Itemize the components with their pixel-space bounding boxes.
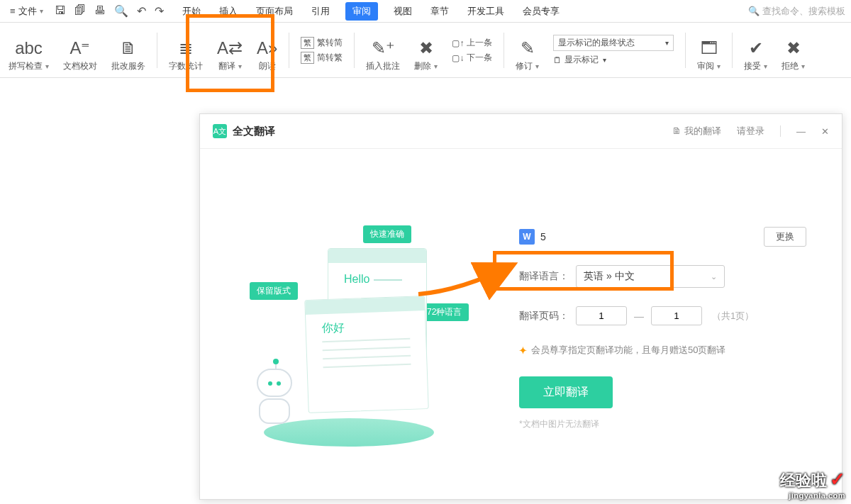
language-value: 英语 » 中文 — [584, 270, 635, 283]
file-label: 文件 — [18, 5, 37, 18]
chevron-down-icon: ▾ — [665, 39, 669, 47]
page-to-input[interactable] — [651, 306, 702, 325]
translate-form: W 5 更换 翻译语言： 英语 » 中文 ⌄ 翻译页码： — （共1页） ✦ — [477, 163, 821, 485]
tab-insert[interactable]: 插入 — [216, 2, 240, 21]
tab-chapter[interactable]: 章节 — [428, 2, 452, 21]
accept-icon: ✔ — [749, 36, 763, 60]
search-icon: 🔍 — [748, 6, 760, 16]
reviewsvc-label: 批改服务 — [111, 60, 145, 72]
docproof-icon: A⁼ — [69, 36, 90, 60]
up-icon: ▢↑ — [452, 38, 464, 48]
lang-label: 翻译语言： — [519, 270, 576, 283]
change-doc-button[interactable]: 更换 — [764, 227, 806, 247]
page-from-input[interactable] — [576, 306, 627, 325]
close-button[interactable]: ✕ — [821, 126, 829, 137]
tag-fast: 快速准确 — [363, 225, 411, 243]
prev-label: 上一条 — [467, 37, 492, 49]
search-placeholder: 查找命令、搜索模板 — [762, 5, 845, 18]
separator — [354, 33, 355, 68]
docproof-label: 文档校对 — [63, 60, 97, 72]
ribbon: abc拼写检查 A⁼文档校对 🗎批改服务 ≣字数统计 A⇄翻译 A»朗读 繁繁转… — [0, 23, 851, 78]
my-translations-link[interactable]: 🗎 我的翻译 — [672, 125, 721, 138]
separator — [504, 33, 504, 68]
tab-dev[interactable]: 开发工具 — [465, 2, 507, 21]
prev-comment[interactable]: ▢↑上一条 — [452, 37, 492, 49]
translate-button[interactable]: A⇄翻译 — [211, 28, 248, 72]
saveas-icon[interactable]: 🗐 — [74, 4, 86, 18]
tab-view[interactable]: 视图 — [391, 2, 415, 21]
spellcheck-button[interactable]: abc拼写检查 — [3, 28, 55, 72]
tab-layout[interactable]: 页面布局 — [253, 2, 296, 21]
wordcount-button[interactable]: ≣字数统计 — [163, 28, 208, 72]
hello-text: Hello — [344, 273, 402, 286]
spellcheck-label: 拼写检查 — [9, 60, 49, 72]
doc-row: W 5 更换 — [519, 227, 806, 247]
doc-count: 5 — [540, 231, 546, 242]
showmarkup-label: 显示标记 — [564, 54, 599, 66]
wm-brand: 经验啦 — [780, 471, 827, 489]
minimize-button[interactable]: — — [796, 126, 806, 137]
simp-to-trad[interactable]: 繁繁转简 — [301, 37, 343, 49]
my-trans-label: 我的翻译 — [684, 125, 721, 136]
save-icon[interactable]: 🖫 — [55, 4, 66, 18]
down-icon: ▢↓ — [452, 53, 464, 63]
tab-start[interactable]: 开始 — [179, 2, 204, 21]
t2s-label: 简转繁 — [317, 52, 343, 64]
wordcount-icon: ≣ — [179, 36, 193, 60]
reject-button[interactable]: ✖拒绝 — [776, 28, 811, 72]
trad-to-simp[interactable]: 繁简转繁 — [301, 52, 343, 64]
readaloud-button[interactable]: A»朗读 — [251, 28, 283, 72]
delete-button[interactable]: ✖删除 — [408, 28, 443, 72]
track-icon: ✎ — [521, 36, 535, 60]
show-markup[interactable]: 🗒显示标记▾ — [553, 54, 674, 66]
convert-group: 繁繁转简 繁简转繁 — [295, 28, 348, 72]
lang-row: 翻译语言： 英语 » 中文 ⌄ — [519, 265, 806, 288]
separator — [780, 125, 781, 137]
reviewpane-label: 审阅 — [697, 60, 721, 72]
t2s-icon: 繁 — [301, 52, 314, 64]
display-mode-label: 显示标记的最终状态 — [558, 37, 635, 49]
menubar: ≡ 文件 ▾ 🖫 🗐 🖶 🔍 ↶ ↷ 开始 插入 页面布局 引用 审阅 视图 章… — [0, 0, 851, 23]
tab-reference[interactable]: 引用 — [308, 2, 333, 21]
dialog-body: 快速准确 保留版式 72种语言 Hello 你好 W 5 更换 翻译语言： 英语… — [200, 149, 842, 499]
print-icon[interactable]: 🖶 — [94, 4, 106, 18]
chevron-down-icon: ⌄ — [711, 272, 717, 281]
reject-icon: ✖ — [786, 36, 801, 60]
reviewpane-button[interactable]: 🗔审阅 — [691, 28, 726, 72]
readaloud-label: 朗读 — [259, 60, 276, 72]
file-menu[interactable]: ≡ 文件 ▾ — [6, 4, 48, 19]
newcomment-button[interactable]: ✎⁺插入批注 — [360, 28, 406, 72]
comment-icon: ✎⁺ — [372, 36, 395, 60]
footnote: *文档中图片无法翻译 — [519, 418, 806, 430]
next-comment[interactable]: ▢↓下一条 — [452, 52, 492, 64]
s2t-icon: 繁 — [301, 37, 314, 49]
translate-now-button[interactable]: 立即翻译 — [519, 376, 613, 408]
search-commands[interactable]: 🔍 查找命令、搜索模板 — [748, 5, 845, 18]
accept-button[interactable]: ✔接受 — [738, 28, 773, 72]
tag-keep: 保留版式 — [250, 282, 298, 300]
undo-icon[interactable]: ↶ — [137, 4, 146, 18]
separator — [157, 33, 157, 68]
reviewpane-icon: 🗔 — [701, 36, 718, 60]
word-doc-icon: W — [519, 229, 535, 245]
language-select[interactable]: 英语 » 中文 ⌄ — [576, 265, 725, 288]
docproof-button[interactable]: A⁼文档校对 — [57, 28, 103, 72]
reject-label: 拒绝 — [782, 60, 805, 72]
markup-icon: 🗒 — [553, 55, 562, 65]
watermark: 经验啦 ✓ jingyanla.com — [780, 469, 845, 500]
track-button[interactable]: ✎修订 — [510, 28, 545, 72]
delete-icon: ✖ — [419, 36, 433, 60]
tab-vip[interactable]: 会员专享 — [520, 2, 562, 21]
login-link[interactable]: 请登录 — [737, 125, 764, 138]
display-mode-combo[interactable]: 显示标记的最终状态▾ — [553, 35, 674, 51]
track-label: 修订 — [516, 60, 539, 72]
redo-icon[interactable]: ↷ — [155, 4, 164, 18]
reviewsvc-button[interactable]: 🗎批改服务 — [106, 28, 151, 72]
preview-icon[interactable]: 🔍 — [114, 4, 128, 18]
tab-review[interactable]: 审阅 — [345, 2, 378, 21]
spellcheck-icon: abc — [15, 36, 43, 60]
next-label: 下一条 — [467, 52, 492, 64]
chevron-down-icon: ▾ — [603, 56, 606, 64]
robot-icon — [250, 369, 299, 432]
dash: — — [634, 310, 644, 322]
